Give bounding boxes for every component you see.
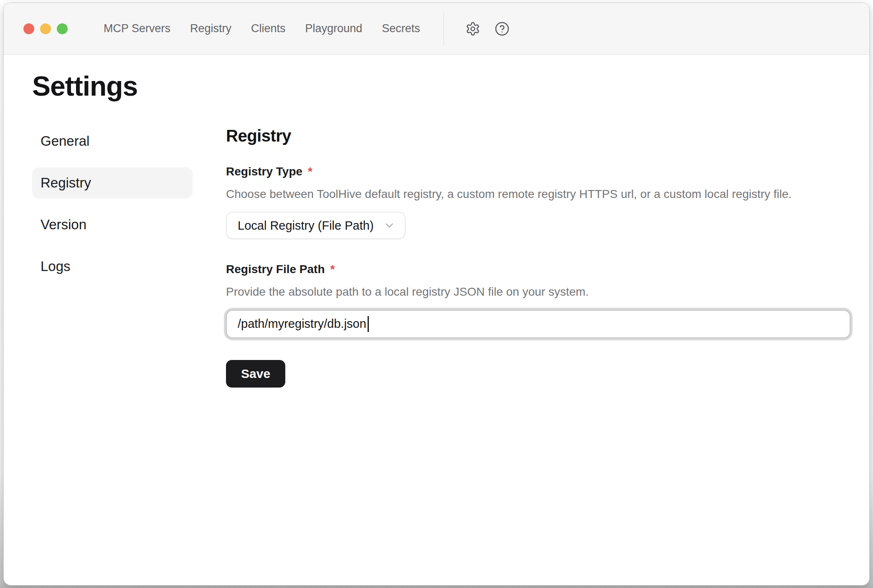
sidebar-item-logs[interactable]: Logs <box>32 251 193 282</box>
registry-type-select[interactable]: Local Registry (File Path) <box>226 212 406 239</box>
nav-item-clients[interactable]: Clients <box>251 22 286 35</box>
registry-type-selected-value: Local Registry (File Path) <box>238 219 374 233</box>
help-circle-icon <box>495 21 510 36</box>
registry-file-path-input[interactable]: /path/myregistry/db.json <box>226 310 850 338</box>
nav-item-mcp-servers[interactable]: MCP Servers <box>104 22 170 35</box>
titlebar: MCP Servers Registry Clients Playground … <box>4 3 869 55</box>
required-asterisk: * <box>308 165 312 178</box>
nav-item-playground[interactable]: Playground <box>305 22 363 35</box>
gear-icon <box>465 21 480 36</box>
nav-item-registry[interactable]: Registry <box>190 22 231 35</box>
registry-settings-panel: Registry Registry Type * Choose between … <box>226 126 850 388</box>
titlebar-divider <box>444 12 444 46</box>
help-button[interactable] <box>494 21 510 37</box>
registry-type-field: Registry Type * Choose between ToolHive … <box>226 165 850 239</box>
window-controls <box>23 23 68 34</box>
registry-file-path-value: /path/myregistry/db.json <box>238 317 366 331</box>
app-window: MCP Servers Registry Clients Playground … <box>3 3 870 585</box>
chevron-down-icon <box>383 219 396 232</box>
settings-button[interactable] <box>465 21 481 37</box>
page-title: Settings <box>32 71 844 102</box>
nav-item-secrets[interactable]: Secrets <box>382 22 420 35</box>
registry-file-path-field: Registry File Path * Provide the absolut… <box>226 263 850 338</box>
registry-type-description: Choose between ToolHive default registry… <box>226 187 850 202</box>
registry-file-path-description: Provide the absolute path to a local reg… <box>226 284 850 299</box>
window-minimize-button[interactable] <box>40 23 51 34</box>
sidebar-item-general[interactable]: General <box>32 126 193 157</box>
settings-sidebar: General Registry Version Logs <box>32 126 193 388</box>
text-cursor <box>368 316 369 332</box>
settings-page: Settings General Registry Version Logs R… <box>4 55 869 388</box>
required-asterisk: * <box>330 263 335 276</box>
registry-file-path-label: Registry File Path <box>226 263 325 276</box>
section-title: Registry <box>226 126 850 146</box>
window-zoom-button[interactable] <box>57 23 68 34</box>
top-nav: MCP Servers Registry Clients Playground … <box>104 22 420 35</box>
window-close-button[interactable] <box>23 23 34 34</box>
titlebar-actions <box>465 21 510 37</box>
registry-type-label: Registry Type <box>226 165 302 178</box>
sidebar-item-registry[interactable]: Registry <box>32 167 193 198</box>
sidebar-item-version[interactable]: Version <box>32 209 193 240</box>
save-button[interactable]: Save <box>226 360 285 388</box>
